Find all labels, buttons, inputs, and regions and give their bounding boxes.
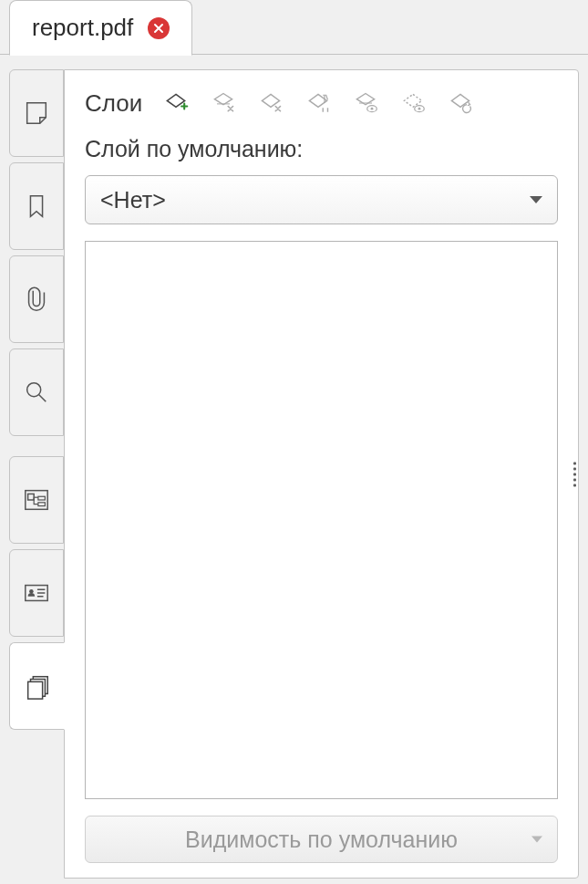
svg-point-11 xyxy=(418,108,421,110)
id-card-icon xyxy=(23,579,50,607)
search-tab[interactable] xyxy=(9,348,64,436)
rhombus-reset-icon xyxy=(447,90,474,116)
close-tab-button[interactable] xyxy=(148,17,170,39)
default-visibility-label: Видимость по умолчанию xyxy=(185,827,458,853)
svg-rect-4 xyxy=(38,503,46,506)
chevron-down-icon xyxy=(530,196,542,203)
sticky-note-icon xyxy=(23,99,50,127)
bookmarks-tab[interactable] xyxy=(9,162,64,250)
layers-panel: Слои xyxy=(64,69,579,879)
default-visibility-combo[interactable]: Видимость по умолчанию xyxy=(85,816,558,863)
rhombus-eye-icon xyxy=(352,90,379,116)
layers-tab[interactable] xyxy=(9,642,65,730)
default-layer-value: <Нет> xyxy=(100,187,166,213)
chevron-down-icon xyxy=(531,837,542,843)
layers-panel-header: Слои xyxy=(85,87,558,120)
paperclip-icon xyxy=(23,286,50,313)
svg-point-0 xyxy=(27,383,41,397)
reset-layer-button[interactable] xyxy=(441,87,480,120)
default-layer-label: Слой по умолчанию: xyxy=(85,136,558,162)
add-layer-button[interactable] xyxy=(157,87,195,120)
delete-layer-button[interactable] xyxy=(204,87,242,120)
close-icon xyxy=(153,23,164,34)
bookmark-icon xyxy=(23,192,50,220)
document-tab-title: report.pdf xyxy=(32,14,133,42)
panel-resize-grip[interactable] xyxy=(573,462,576,486)
layers-panel-title: Слои xyxy=(85,89,142,118)
security-tab[interactable] xyxy=(9,549,64,637)
svg-rect-2 xyxy=(28,494,35,500)
model-tree-icon xyxy=(23,486,50,514)
delete-sublayer-button[interactable] xyxy=(252,87,290,120)
svg-rect-9 xyxy=(27,681,42,699)
search-icon xyxy=(23,379,50,406)
side-tabs-spacer xyxy=(9,442,64,451)
rhombus-text-icon xyxy=(304,90,332,116)
attachments-tab[interactable] xyxy=(9,255,64,343)
model-tree-tab[interactable] xyxy=(9,456,64,544)
side-tabs xyxy=(9,69,64,875)
rhombus-x-icon xyxy=(210,90,237,116)
svg-point-10 xyxy=(371,108,374,110)
svg-point-6 xyxy=(29,589,34,594)
rhombus-dash-eye-icon xyxy=(399,90,427,116)
document-tab[interactable]: report.pdf xyxy=(9,0,192,56)
svg-rect-3 xyxy=(38,496,46,500)
layers-listbox[interactable] xyxy=(85,241,558,799)
layers-icon xyxy=(24,672,51,700)
rhombus-sub-x-icon xyxy=(257,90,284,116)
annotations-tab[interactable] xyxy=(9,69,64,157)
rhombus-plus-icon xyxy=(162,90,190,116)
rename-layer-button[interactable] xyxy=(299,87,337,120)
layer-visibility2-button[interactable] xyxy=(394,87,432,120)
tab-bar: report.pdf xyxy=(0,0,588,55)
layer-visibility-button[interactable] xyxy=(346,87,385,120)
default-layer-combo[interactable]: <Нет> xyxy=(85,175,558,224)
